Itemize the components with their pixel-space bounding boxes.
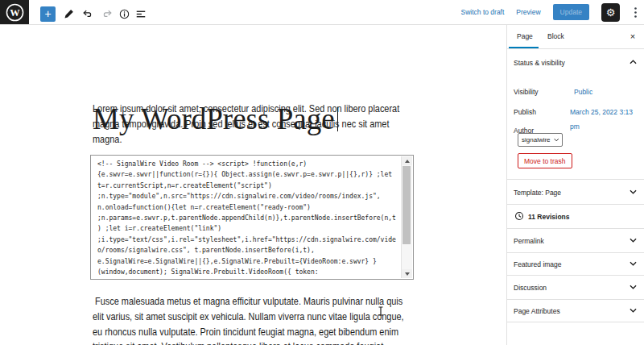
- panel-featured-image[interactable]: Featured image: [507, 252, 644, 275]
- code-line: ;n.type="module",n.src="https://cdn.sign…: [97, 191, 402, 202]
- paragraph-block-2[interactable]: Fusce malesuada metus et magna efficitur…: [93, 294, 463, 345]
- visibility-label: Visibility: [514, 83, 539, 98]
- panel-revisions[interactable]: 11 Revisions: [507, 204, 644, 228]
- settings-sidebar: Page Block × Status & visibility Visibil…: [506, 25, 644, 345]
- publish-date-link[interactable]: March 25, 2022 3:13 pm: [570, 103, 644, 132]
- code-line: ;n.params=e.swvr.p,t.parentNode.appendCh…: [97, 213, 402, 223]
- code-line: ) ;let i=r.createElement("link"): [97, 223, 402, 234]
- chevron-down-icon: [630, 189, 637, 194]
- editor-top-bar: W + Switch: [0, 0, 644, 25]
- author-select[interactable]: signalwire: [518, 133, 563, 147]
- panel-title: Permalink: [514, 237, 544, 245]
- redo-icon: [101, 9, 113, 19]
- code-line: 'eyJ0eXAiOiJKV1QiLCJhbGciOiJIUzI1NiJ9...…: [97, 277, 402, 279]
- panel-title: Status & visibility: [514, 59, 565, 67]
- chevron-up-icon: [630, 60, 637, 64]
- paragraph-line: magna.: [93, 132, 399, 148]
- panel-discussion[interactable]: Discussion: [507, 275, 644, 299]
- chevron-down-icon: [630, 238, 637, 243]
- mouse-ibeam-cursor: [378, 306, 384, 316]
- publish-label: Publish: [514, 103, 536, 118]
- paragraph-line: elit varius, sit amet suscipit ex vehicu…: [93, 310, 404, 325]
- tab-page[interactable]: Page: [517, 25, 533, 48]
- close-icon[interactable]: ×: [626, 30, 639, 43]
- settings-button[interactable]: ⚙: [601, 3, 620, 22]
- details-button[interactable]: [115, 6, 133, 22]
- add-block-button[interactable]: +: [40, 6, 56, 22]
- scroll-down-arrow-icon[interactable]: [402, 269, 412, 278]
- preview-button[interactable]: Preview: [516, 8, 540, 16]
- redo-button[interactable]: [98, 6, 116, 22]
- panel-title: Page Attributes: [514, 307, 560, 315]
- author-select-value: signalwire: [522, 136, 551, 143]
- panel-permalink[interactable]: Permalink: [507, 228, 644, 252]
- panel-title: Featured image: [514, 260, 562, 268]
- list-view-button[interactable]: [132, 6, 150, 22]
- switch-to-draft-button[interactable]: Switch to draft: [460, 8, 504, 16]
- chevron-down-icon: [630, 261, 637, 266]
- code-textarea[interactable]: <!-- SignalWire Video Room --> <script> …: [90, 155, 414, 280]
- move-to-trash-button[interactable]: Move to trash: [518, 153, 572, 168]
- paragraph-block-1[interactable]: Lorem ipsum dolor sit amet, consectetur …: [93, 102, 458, 147]
- paragraph-line: eu rhoncus nulla vulputate. Proin tincid…: [93, 325, 404, 340]
- revisions-count-label: 11 Revisions: [528, 213, 570, 221]
- panel-status-visibility[interactable]: Status & visibility: [507, 49, 644, 75]
- paragraph-line: magna tempor gravida. Proin sed tellus e…: [93, 117, 399, 132]
- list-view-icon: [135, 9, 147, 19]
- options-menu-button[interactable]: [632, 6, 639, 19]
- plus-icon: +: [44, 7, 51, 20]
- pencil-icon: [64, 9, 74, 19]
- panel-page-attributes[interactable]: Page Attributes: [507, 299, 644, 322]
- wordpress-logo-icon: W: [6, 3, 24, 22]
- revisions-clock-icon: [514, 211, 524, 221]
- panel-title: Template: Page: [514, 189, 561, 197]
- code-line: <!-- SignalWire Video Room --> <script> …: [97, 159, 402, 169]
- tab-block[interactable]: Block: [547, 25, 564, 48]
- paragraph-line: Fusce malesuada metus et magna efficitur…: [93, 294, 404, 310]
- visibility-value-link[interactable]: Public: [574, 83, 592, 98]
- wordpress-logo-button[interactable]: W: [0, 0, 29, 24]
- code-line: n.onload=function(){let n=r.createElemen…: [97, 202, 402, 213]
- scroll-up-arrow-icon[interactable]: [402, 156, 412, 165]
- scrollbar-thumb[interactable]: [402, 166, 411, 244]
- info-icon: [119, 9, 130, 19]
- paragraph-line: Lorem ipsum dolor sit amet, consectetur …: [93, 102, 399, 117]
- chevron-down-icon: [630, 285, 637, 289]
- gear-icon: ⚙: [606, 6, 616, 19]
- undo-icon: [82, 9, 93, 19]
- code-content: <!-- SignalWire Video Room --> <script> …: [97, 159, 402, 279]
- paragraph-line: tristique sit amet. Vestibulum pellentes…: [93, 339, 404, 345]
- panel-template[interactable]: Template: Page: [507, 180, 644, 204]
- tools-button[interactable]: [60, 6, 77, 22]
- code-line: o/rooms/signalwire.css", t.parentNode.in…: [97, 245, 402, 256]
- undo-button[interactable]: [79, 6, 97, 22]
- editor-canvas: My WordPress Page Lorem ipsum dolor sit …: [0, 25, 505, 345]
- code-line: t=r.currentScript,n=r.createElement("scr…: [97, 181, 402, 191]
- chevron-down-icon: [554, 138, 559, 142]
- code-scrollbar[interactable]: [401, 156, 412, 278]
- update-button[interactable]: Update: [553, 4, 589, 20]
- code-line: {e.swvr=e.swvr||function(r={}){ Object.a…: [97, 169, 402, 180]
- code-line: e.SignalWire=e.SignalWire||{},e.SignalWi…: [97, 256, 402, 267]
- kebab-icon: [634, 6, 638, 19]
- code-line: (window,document); SignalWire.Prebuilt.V…: [97, 267, 402, 277]
- code-line: ;i.type="text/css",i.rel="stylesheet",i.…: [97, 235, 402, 245]
- svg-text:W: W: [10, 6, 20, 18]
- panel-title: Discussion: [514, 284, 547, 292]
- chevron-down-icon: [630, 308, 637, 313]
